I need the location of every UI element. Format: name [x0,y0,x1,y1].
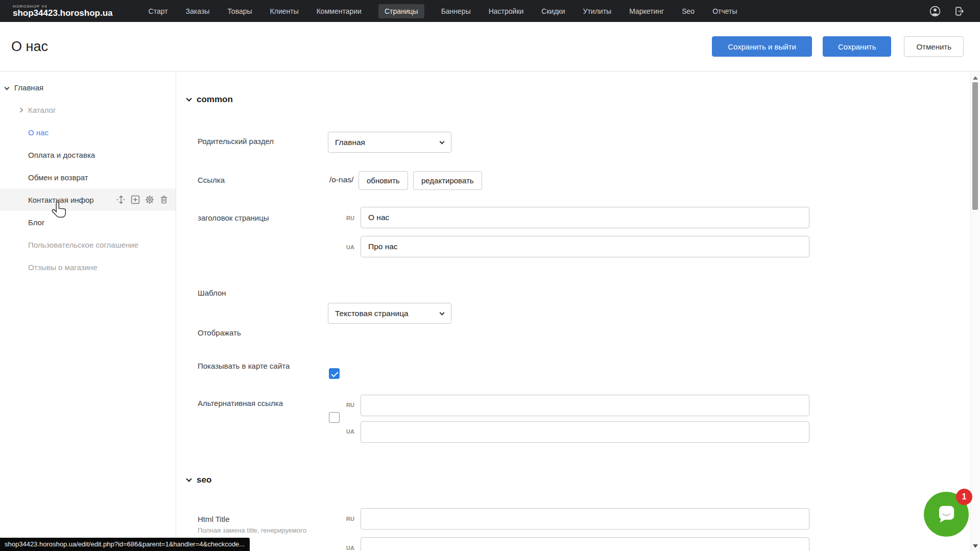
link-refresh-button[interactable]: обновить [358,171,408,190]
alt-link-label: Альтернативная ссылка [198,399,283,408]
nav-item-products[interactable]: Товары [226,4,253,18]
page-title: О нас [11,39,712,55]
nav-item-comments[interactable]: Комментарии [316,4,363,18]
tree-item-label-selected: О нас [0,128,49,137]
nav-item-banners[interactable]: Баннеры [440,4,472,18]
html-title-hint: Полная замена title, генерируемого [198,526,306,534]
navbar-right [929,5,966,17]
settings-gear-icon[interactable] [145,195,155,205]
link-preview-statusbar: shop34423.horoshop.ua/edit/edit.php?id=6… [0,538,250,551]
parent-section-value: Главная [335,138,365,147]
tree-item-label: Контактная инфор [0,196,94,204]
chat-unread-badge: 1 [956,489,972,505]
lang-ru-chip: RU [342,516,354,522]
logout-icon[interactable] [953,5,966,17]
nav-item-discounts[interactable]: Скидки [540,4,566,18]
nav-item-seo[interactable]: Seo [681,4,696,18]
nav-item-start[interactable]: Старт [148,4,169,18]
page-title-ua-input[interactable] [361,236,809,257]
nav-item-clients[interactable]: Клиенты [269,4,300,18]
chevron-down-icon [440,310,445,316]
html-title-ru-input[interactable] [361,508,809,530]
vertical-scrollbar[interactable] [970,72,980,551]
tree-item-soglashenie[interactable]: Пользовательское соглашение [0,233,176,256]
display-label: Отображать [198,328,241,337]
parent-section-label: Родительский раздел [198,137,274,146]
tree-item-kontaktnaya[interactable]: Контактная инфор [0,188,176,211]
logo[interactable]: HOROSHOP V4 shop34423.horoshop.ua [13,4,113,18]
chevron-down-icon [440,139,445,145]
html-title-ua-input[interactable] [361,537,809,551]
sitemap-label: Показывать в карте сайта [198,362,290,370]
nav-item-settings[interactable]: Настройки [488,4,525,18]
html-title-label: Html Title [198,515,230,523]
link-path-value: /o-nas/ [329,175,353,184]
tree-item-label: Пользовательское соглашение [0,241,138,249]
nav-item-orders[interactable]: Заказы [185,4,211,18]
lang-ua-chip: UA [342,545,354,551]
top-navbar: HOROSHOP V4 shop34423.horoshop.ua Старт … [0,0,980,22]
page-title-field-label: заголовок страницы [198,213,269,222]
display-checkbox[interactable] [329,368,340,379]
nav-item-reports[interactable]: Отчеты [711,4,738,18]
section-seo-header[interactable]: seo [187,475,211,485]
move-icon[interactable] [116,195,126,205]
lang-ru-chip: RU [342,215,354,221]
page-edit-form: common Родительский раздел Главная Ссылк… [176,72,970,551]
link-label: Ссылка [198,176,225,184]
pages-tree-sidebar: Главная Каталог О нас Оплата и доставка … [0,72,176,551]
main-menu: Старт Заказы Товары Клиенты Комментарии … [148,4,929,18]
tree-row-actions [116,188,169,211]
lang-ru-chip: RU [342,402,354,408]
sitemap-checkbox[interactable] [329,412,340,423]
template-value: Текстовая страница [335,309,409,318]
nav-item-pages[interactable]: Страницы [378,4,424,18]
template-select[interactable]: Текстовая страница [328,303,451,324]
user-account-icon[interactable] [929,5,941,17]
scroll-up-arrow-icon[interactable] [973,76,978,80]
page-header: О нас Сохранить и выйти Сохранить Отмени… [0,22,980,71]
tree-item-katalog[interactable]: Каталог [0,99,176,121]
chevron-down-icon [186,95,192,101]
page-title-ru-input[interactable] [361,207,809,228]
tree-item-label: Оплата и доставка [0,151,95,159]
lang-ua-chip: UA [342,428,354,435]
tree-item-label: Отзывы о магазине [0,263,97,272]
section-common-title: common [197,94,233,105]
parent-section-select[interactable]: Главная [328,132,451,153]
link-edit-button[interactable]: редактировать [413,171,482,190]
nav-item-utilities[interactable]: Утилиты [582,4,613,18]
add-page-icon[interactable] [130,195,140,205]
alt-link-ru-input[interactable] [361,395,809,416]
section-seo-title: seo [197,475,211,485]
lang-ua-chip: UA [342,244,354,250]
tree-item-label: Блог [0,218,44,227]
tree-item-obmen[interactable]: Обмен и возврат [0,166,176,188]
save-button[interactable]: Сохранить [823,36,892,57]
cancel-button[interactable]: Отменить [904,36,964,57]
tree-item-label: Обмен и возврат [0,173,88,182]
alt-link-ua-input[interactable] [361,421,809,443]
tree-item-o-nas[interactable]: О нас [0,121,176,143]
template-label: Шаблон [198,289,226,297]
tree-item-label: Каталог [0,106,56,114]
scroll-down-arrow-icon[interactable] [973,544,978,548]
horoshop-admin-screen: HOROSHOP V4 shop34423.horoshop.ua Старт … [0,0,980,551]
section-common-header[interactable]: common [187,94,233,105]
tree-item-otzyvy[interactable]: Отзывы о магазине [0,256,176,278]
nav-item-marketing[interactable]: Маркетинг [628,4,665,18]
scrollbar-thumb[interactable] [972,82,978,210]
delete-trash-icon[interactable] [159,195,169,205]
tree-item-oplata[interactable]: Оплата и доставка [0,143,176,166]
tree-item-blog[interactable]: Блог [0,211,176,233]
chevron-down-icon [186,476,192,482]
logo-domain: shop34423.horoshop.ua [13,9,113,18]
save-and-exit-button[interactable]: Сохранить и выйти [712,36,812,57]
chat-bubble-icon [933,501,960,528]
tree-item-glavnaya[interactable]: Главная [0,76,176,99]
